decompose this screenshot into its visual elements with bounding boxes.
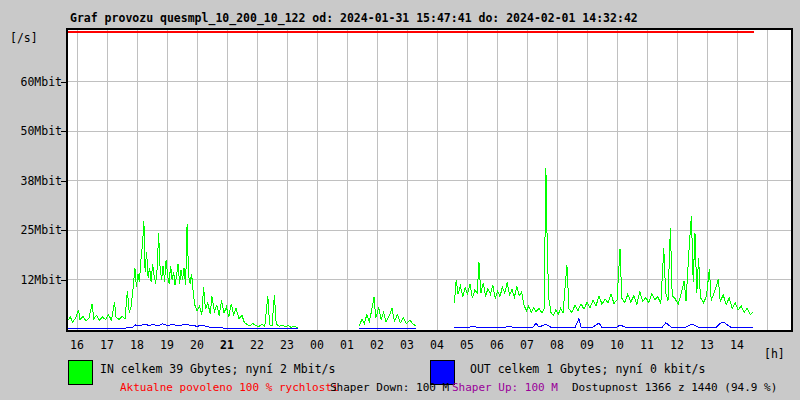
x-tick-label: 08 <box>550 338 564 352</box>
x-tick-label: 20 <box>190 338 204 352</box>
x-tick-label: 21 <box>220 338 234 352</box>
x-tick-label: 17 <box>100 338 114 352</box>
x-tick-label: 01 <box>340 338 354 352</box>
x-tick-label: 13 <box>700 338 714 352</box>
y-tick-mark <box>61 230 67 231</box>
x-tick-label: 18 <box>130 338 144 352</box>
availability-text: Dostupnost 1366 z 1440 (94.9 %) <box>572 381 777 394</box>
x-tick-label: 22 <box>250 338 264 352</box>
series-in-line <box>68 221 298 327</box>
series-out-line <box>454 319 753 328</box>
x-tick-label: 23 <box>280 338 294 352</box>
x-tick-label: 04 <box>430 338 444 352</box>
y-tick-label: 38Mbit <box>8 174 62 188</box>
plot-area <box>66 28 793 332</box>
y-tick-label: 12Mbit <box>8 273 62 287</box>
x-tick-label: 07 <box>520 338 534 352</box>
graph-title: Graf provozu quesmpl_10_200_10_122 od: 2… <box>70 11 638 25</box>
y-tick-label: 50Mbit <box>8 124 62 138</box>
y-tick-mark <box>61 82 67 83</box>
x-tick-label: 09 <box>580 338 594 352</box>
x-tick-label: 14 <box>730 338 744 352</box>
y-tick-mark <box>61 280 67 281</box>
x-tick-label: 10 <box>610 338 624 352</box>
series-in-line <box>454 168 753 315</box>
shaper-down-text: Shaper Down: 100 M <box>330 381 449 394</box>
x-tick-label: 03 <box>400 338 414 352</box>
y-tick-label: 60Mbit <box>8 75 62 89</box>
x-tick-label: 00 <box>310 338 324 352</box>
x-tick-label: 16 <box>70 338 84 352</box>
y-tick-mark <box>61 131 67 132</box>
x-axis-unit-label: [h] <box>764 347 785 361</box>
x-tick-label: 05 <box>460 338 474 352</box>
x-tick-label: 11 <box>640 338 654 352</box>
x-tick-label: 02 <box>370 338 384 352</box>
allowed-speed-text: Aktualne povoleno 100 % rychlosti <box>120 381 339 394</box>
out-legend-label: OUT celkem 1 Gbytes; nyní 0 kbit/s <box>470 362 705 376</box>
y-axis-unit-label: [/s] <box>10 31 38 45</box>
traffic-chart-canvas <box>68 30 791 330</box>
traffic-graph-page: { "title": "Graf provozu quesmpl_10_200_… <box>0 0 800 400</box>
y-tick-label: 25Mbit <box>8 223 62 237</box>
shaper-up-text: Shaper Up: 100 M <box>452 381 558 394</box>
in-legend-swatch <box>68 360 93 385</box>
y-tick-mark <box>61 181 67 182</box>
in-legend-label: IN celkem 39 Gbytes; nyní 2 Mbit/s <box>100 362 335 376</box>
x-tick-label: 19 <box>160 338 174 352</box>
x-tick-label: 12 <box>670 338 684 352</box>
x-tick-label: 06 <box>490 338 504 352</box>
